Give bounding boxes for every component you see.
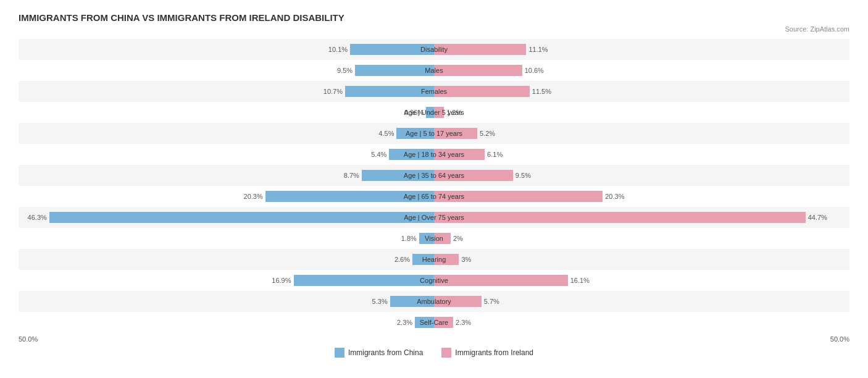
legend-ireland: Immigrants from Ireland xyxy=(441,348,533,358)
bar-ireland-label: 2% xyxy=(453,235,463,242)
bar-ireland-label: 9.5% xyxy=(515,172,531,179)
bar-china: 5.4% xyxy=(389,149,434,160)
legend-ireland-box xyxy=(441,348,451,358)
bar-ireland-label: 10.6% xyxy=(525,67,544,74)
chart-row: 5.4%6.1%Age | 18 to 34 years xyxy=(19,144,849,165)
bar-ireland-label: 2.3% xyxy=(456,319,471,326)
bar-china: 10.1% xyxy=(350,44,434,55)
bar-china: 2.6% xyxy=(412,254,434,265)
legend-china-label: Immigrants from China xyxy=(348,348,423,357)
bar-china-label: 0.96% xyxy=(404,109,424,116)
bar-ireland-label: 16.1% xyxy=(570,277,590,284)
bar-ireland: 6.1% xyxy=(434,149,485,160)
legend-china: Immigrants from China xyxy=(335,348,423,358)
axis-left: 50.0% xyxy=(19,335,38,343)
bar-china-label: 2.3% xyxy=(397,319,412,326)
bar-china-label: 1.8% xyxy=(401,235,417,242)
bar-ireland-label: 6.1% xyxy=(487,151,503,158)
bar-ireland: 2% xyxy=(434,233,451,244)
chart-row: 9.5%10.6%Males xyxy=(19,60,849,81)
legend: Immigrants from China Immigrants from Ir… xyxy=(19,348,849,358)
bar-china: 2.3% xyxy=(415,317,434,328)
chart-row: 10.1%11.1%Disability xyxy=(19,39,849,60)
bar-china-label: 16.9% xyxy=(272,277,291,284)
chart-title: IMMIGRANTS FROM CHINA VS IMMIGRANTS FROM… xyxy=(19,12,849,23)
bar-china-label: 9.5% xyxy=(337,67,353,74)
bar-china-label: 5.4% xyxy=(371,151,386,158)
bar-china: 9.5% xyxy=(355,65,434,76)
bar-ireland-label: 3% xyxy=(461,256,471,263)
chart-row: 8.7%9.5%Age | 35 to 64 years xyxy=(19,165,849,186)
bar-china-label: 5.3% xyxy=(372,298,388,305)
bar-ireland: 3% xyxy=(434,254,459,265)
bar-china-label: 2.6% xyxy=(394,256,410,263)
chart-area: 10.1%11.1%Disability9.5%10.6%Males10.7%1… xyxy=(19,39,849,343)
bar-ireland-label: 1.2% xyxy=(446,109,462,116)
legend-ireland-label: Immigrants from Ireland xyxy=(455,348,533,357)
bar-ireland: 9.5% xyxy=(434,170,513,181)
bar-ireland: 11.5% xyxy=(434,86,530,97)
chart-row: 20.3%20.3%Age | 65 to 74 years xyxy=(19,186,849,207)
bar-china: 1.8% xyxy=(419,233,434,244)
bar-ireland-label: 11.1% xyxy=(528,46,548,53)
bar-china: 8.7% xyxy=(362,170,434,181)
bar-ireland: 5.7% xyxy=(434,296,482,307)
bar-china: 5.3% xyxy=(390,296,434,307)
bar-china: 20.3% xyxy=(265,191,434,202)
bar-china-label: 8.7% xyxy=(344,172,359,179)
bar-china-label: 10.1% xyxy=(328,46,348,53)
legend-china-box xyxy=(335,348,344,358)
bar-ireland: 10.6% xyxy=(434,65,522,76)
chart-row: 16.9%16.1%Cognitive xyxy=(19,270,849,291)
bar-ireland: 16.1% xyxy=(434,275,568,286)
bar-ireland: 2.3% xyxy=(434,317,453,328)
chart-row: 0.96%1.2%Age | Under 5 years xyxy=(19,102,849,123)
bar-china-label: 20.3% xyxy=(244,193,263,200)
bar-china: 10.7% xyxy=(345,86,434,97)
bar-china-label: 46.3% xyxy=(28,214,47,221)
bar-ireland: 5.2% xyxy=(434,128,477,139)
bar-ireland-label: 5.2% xyxy=(480,130,495,137)
bar-ireland: 11.1% xyxy=(434,44,526,55)
bar-china: 16.9% xyxy=(294,275,434,286)
chart-row: 46.3%44.7%Age | Over 75 years xyxy=(19,207,849,228)
bar-ireland: 1.2% xyxy=(434,107,444,118)
chart-row: 5.3%5.7%Ambulatory xyxy=(19,291,849,312)
bar-ireland-label: 11.5% xyxy=(532,88,551,95)
chart-row: 2.6%3%Hearing xyxy=(19,249,849,270)
bar-ireland: 20.3% xyxy=(434,191,603,202)
bar-china: 4.5% xyxy=(396,128,434,139)
chart-row: 4.5%5.2%Age | 5 to 17 years xyxy=(19,123,849,144)
bar-china-label: 10.7% xyxy=(323,88,343,95)
bar-china: 0.96% xyxy=(426,107,434,118)
bar-ireland-label: 20.3% xyxy=(605,193,624,200)
chart-row: 10.7%11.5%Females xyxy=(19,81,849,102)
bar-ireland-label: 5.7% xyxy=(484,298,499,305)
source-label: Source: ZipAtlas.com xyxy=(19,25,849,33)
bar-ireland-label: 44.7% xyxy=(808,214,827,221)
bar-ireland: 44.7% xyxy=(434,212,806,223)
chart-row: 1.8%2%Vision xyxy=(19,228,849,249)
bar-china-label: 4.5% xyxy=(378,130,394,137)
axis-right: 50.0% xyxy=(830,335,849,343)
bar-china: 46.3% xyxy=(49,212,434,223)
chart-row: 2.3%2.3%Self-Care xyxy=(19,312,849,333)
